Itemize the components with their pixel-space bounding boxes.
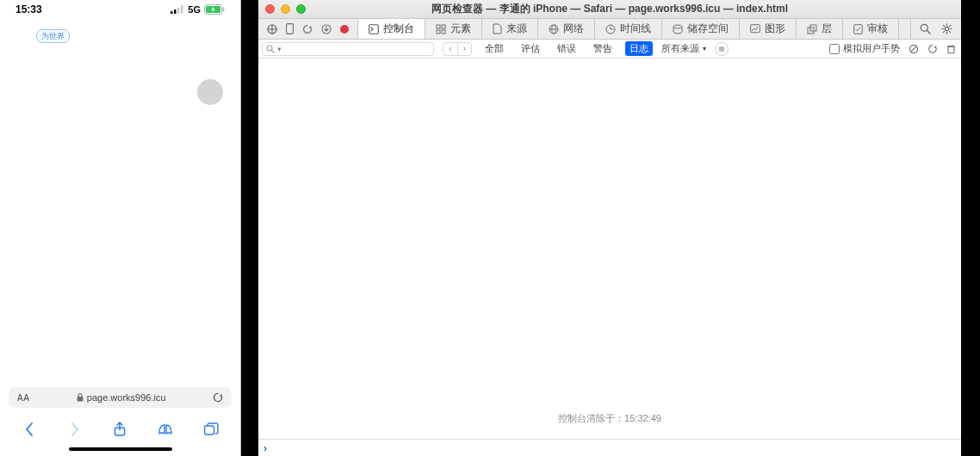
tabs-button[interactable] bbox=[198, 419, 224, 440]
console-output[interactable]: 控制台清除于：15:32:49 bbox=[258, 59, 961, 439]
chevron-down-icon: ▾ bbox=[703, 45, 706, 52]
safari-address-bar[interactable]: AA page.works996.icu bbox=[9, 387, 232, 408]
console-prompt[interactable]: › bbox=[258, 439, 961, 456]
network-icon bbox=[549, 24, 559, 34]
signal-icon bbox=[171, 5, 184, 14]
filter-warnings[interactable]: 警告 bbox=[589, 41, 617, 56]
settings-gear-icon[interactable] bbox=[941, 23, 952, 34]
tab-audit[interactable]: 审核 bbox=[843, 19, 899, 39]
tab-storage-label: 储存空间 bbox=[687, 22, 729, 36]
tab-elements-label: 元素 bbox=[450, 22, 471, 36]
svg-rect-17 bbox=[442, 25, 445, 28]
filter-errors[interactable]: 错误 bbox=[553, 41, 580, 56]
console-icon bbox=[369, 24, 379, 34]
svg-rect-9 bbox=[204, 426, 214, 434]
filter-logs[interactable]: 日志 bbox=[625, 41, 653, 56]
right-letterbox bbox=[961, 0, 980, 456]
page-chip[interactable]: 为世界 bbox=[36, 29, 70, 43]
svg-rect-16 bbox=[437, 25, 440, 28]
console-filter-input[interactable]: ▾ bbox=[262, 42, 434, 56]
svg-rect-18 bbox=[437, 30, 440, 34]
inspect-element-icon[interactable] bbox=[267, 24, 277, 34]
emulate-user-gesture-label: 模拟用户手势 bbox=[843, 42, 900, 55]
errors-indicator-icon[interactable] bbox=[340, 25, 349, 34]
tab-console-label: 控制台 bbox=[383, 22, 414, 36]
pane-gap bbox=[241, 0, 258, 456]
share-button[interactable] bbox=[107, 419, 133, 440]
assistive-touch-icon[interactable] bbox=[197, 79, 223, 105]
tab-network[interactable]: 网络 bbox=[538, 19, 595, 39]
bookmarks-button[interactable] bbox=[152, 419, 178, 440]
audit-icon bbox=[853, 24, 863, 34]
tab-graphics[interactable]: 图形 bbox=[740, 19, 797, 39]
minimize-window-button[interactable] bbox=[281, 4, 290, 14]
window-titlebar[interactable]: 网页检查器 — 李通的 iPhone — Safari — page.works… bbox=[258, 0, 961, 19]
zoom-window-button[interactable] bbox=[296, 4, 306, 14]
console-filter-bar: ▾ ‹ › 全部 评估 错误 警告 日志 所有来源 ▾ 模拟用户手势 bbox=[258, 40, 961, 59]
status-time: 15:33 bbox=[16, 3, 42, 15]
tab-layers[interactable]: 层 bbox=[797, 19, 843, 39]
svg-rect-19 bbox=[442, 30, 445, 34]
lock-icon bbox=[77, 393, 84, 402]
filter-next-button[interactable]: › bbox=[457, 43, 471, 55]
storage-icon bbox=[673, 24, 683, 34]
console-cleared-message: 控制台清除于：15:32:49 bbox=[558, 412, 661, 425]
svg-rect-47 bbox=[948, 46, 954, 53]
reload-icon[interactable] bbox=[213, 392, 223, 403]
filter-nav-arrows: ‹ › bbox=[443, 42, 472, 56]
search-toolbar-icon[interactable] bbox=[920, 23, 931, 34]
phone-webview[interactable] bbox=[0, 19, 240, 387]
status-network: 5G bbox=[188, 4, 201, 15]
chevron-down-icon: ▾ bbox=[277, 45, 282, 53]
tab-console[interactable]: 控制台 bbox=[358, 19, 425, 39]
emulate-user-gesture-checkbox[interactable] bbox=[829, 44, 840, 54]
svg-rect-3 bbox=[181, 5, 183, 14]
download-icon[interactable] bbox=[321, 24, 332, 34]
emulate-user-gesture-toggle[interactable]: 模拟用户手势 bbox=[829, 42, 900, 55]
tab-graphics-label: 图形 bbox=[765, 22, 785, 36]
preserve-log-toggle[interactable] bbox=[715, 42, 729, 56]
clear-console-icon[interactable] bbox=[909, 44, 919, 54]
tab-timelines-label: 时间线 bbox=[620, 22, 651, 36]
tab-audit-label: 审核 bbox=[867, 22, 888, 36]
svg-rect-25 bbox=[751, 25, 760, 33]
svg-rect-7 bbox=[77, 397, 83, 402]
web-inspector-window: 网页检查器 — 李通的 iPhone — Safari — page.works… bbox=[258, 0, 961, 456]
address-url: page.works996.icu bbox=[87, 392, 166, 403]
battery-icon bbox=[204, 4, 225, 15]
filter-all[interactable]: 全部 bbox=[481, 41, 508, 56]
phone-mirror-pane: 15:33 5G 为世界 AA page.wor bbox=[0, 0, 241, 456]
svg-rect-13 bbox=[287, 24, 294, 34]
tab-timelines[interactable]: 时间线 bbox=[595, 19, 662, 39]
trash-icon[interactable] bbox=[946, 44, 956, 54]
tab-elements[interactable]: 元素 bbox=[425, 19, 482, 39]
window-title: 网页检查器 — 李通的 iPhone — Safari — page.works… bbox=[258, 2, 961, 16]
svg-line-36 bbox=[943, 25, 944, 26]
tab-layers-label: 层 bbox=[822, 22, 832, 36]
tab-storage[interactable]: 储存空间 bbox=[662, 19, 740, 39]
svg-point-31 bbox=[945, 27, 948, 30]
home-indicator[interactable] bbox=[69, 447, 172, 451]
svg-line-30 bbox=[927, 30, 930, 34]
garbage-collect-icon[interactable] bbox=[927, 44, 938, 54]
timelines-icon bbox=[605, 24, 616, 34]
tab-sources[interactable]: 来源 bbox=[482, 19, 538, 39]
text-size-button[interactable]: AA bbox=[17, 393, 29, 403]
back-button[interactable] bbox=[16, 419, 42, 440]
status-right: 5G bbox=[171, 4, 225, 15]
svg-rect-1 bbox=[174, 9, 177, 14]
svg-line-37 bbox=[949, 31, 950, 32]
svg-line-38 bbox=[949, 25, 950, 26]
device-icon[interactable] bbox=[286, 23, 294, 34]
search-icon bbox=[266, 45, 275, 53]
filter-eval[interactable]: 评估 bbox=[517, 41, 544, 56]
layers-icon bbox=[807, 24, 817, 34]
sources-icon bbox=[493, 23, 502, 34]
reload-inspector-icon[interactable] bbox=[302, 24, 313, 34]
forward-button[interactable] bbox=[62, 419, 88, 440]
close-window-button[interactable] bbox=[265, 4, 275, 14]
svg-rect-15 bbox=[369, 24, 379, 34]
filter-prev-button[interactable]: ‹ bbox=[443, 43, 457, 55]
source-selector[interactable]: 所有来源 ▾ bbox=[661, 42, 706, 55]
tab-sources-label: 来源 bbox=[506, 22, 527, 36]
